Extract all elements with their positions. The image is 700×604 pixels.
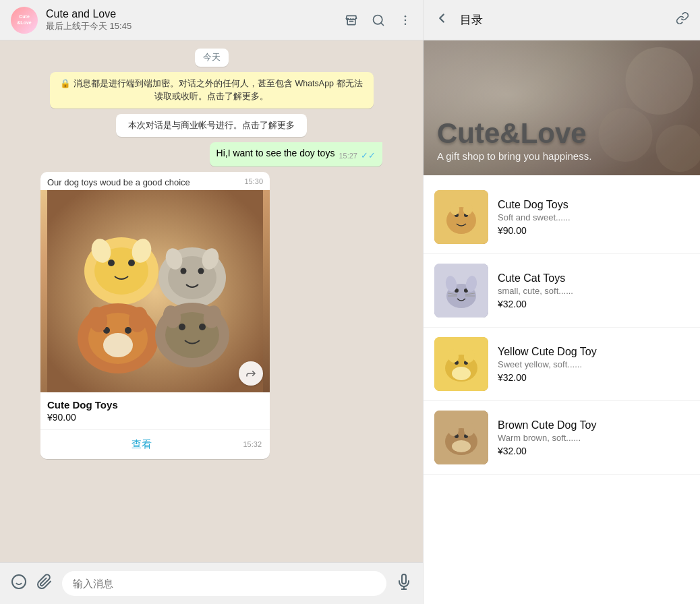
- item-desc: Warm brown, soft......: [498, 433, 689, 443]
- card-header: Our dog toys woud be a good choice 15:30: [40, 172, 270, 190]
- item-name: Brown Cute Dog Toy: [498, 419, 689, 431]
- item-desc: Soft and sweet......: [498, 212, 689, 222]
- svg-point-5: [405, 23, 407, 25]
- store-tagline: A gift shop to bring you happiness.: [437, 150, 591, 162]
- item-price: ¥32.00: [498, 372, 689, 383]
- svg-point-23: [103, 333, 133, 357]
- item-thumbnail: [434, 337, 488, 391]
- check-marks: ✓✓: [361, 150, 376, 160]
- svg-rect-6: [47, 190, 263, 392]
- svg-point-10: [128, 260, 135, 266]
- item-price: ¥32.00: [498, 446, 689, 456]
- svg-point-70: [452, 440, 471, 452]
- svg-point-15: [181, 268, 187, 274]
- sent-time: 15:27 ✓✓: [339, 150, 376, 162]
- item-desc: small, cute, soft......: [498, 286, 689, 296]
- item-thumbnail: [434, 190, 488, 244]
- banner-text: Cute&Love A gift shop to bring you happi…: [437, 119, 591, 162]
- message-input[interactable]: [62, 571, 386, 596]
- sent-text: Hi,I want to see the doy toys: [216, 148, 335, 158]
- item-desc: Sweet yellow, soft......: [498, 359, 689, 369]
- svg-point-9: [108, 260, 115, 266]
- card-header-text: Our dog toys woud be a good choice: [47, 177, 190, 187]
- item-price: ¥32.00: [498, 299, 689, 309]
- product-info: Cute Dog Toys ¥90.00: [40, 392, 270, 430]
- card-time: 15:30: [244, 177, 263, 185]
- mic-icon[interactable]: [396, 574, 412, 594]
- catalog-item[interactable]: Cute Dog Toys Soft and sweet...... ¥90.0…: [424, 181, 700, 254]
- svg-point-16: [198, 268, 204, 274]
- sent-bubble: Hi,I want to see the doy toys 15:27 ✓✓: [210, 142, 382, 167]
- forward-button[interactable]: [239, 361, 263, 386]
- item-name: Cute Dog Toys: [498, 199, 689, 211]
- image-placeholder: [40, 190, 270, 392]
- contact-name: Cute and Love: [46, 8, 337, 20]
- store-name: Cute&Love: [437, 119, 591, 148]
- more-icon[interactable]: [399, 13, 412, 27]
- chat-body: 今天 🔒 消息都是进行端到端加密。对话之外的任何人，甚至包含 WhatsApp …: [0, 40, 423, 562]
- item-info: Cute Cat Toys small, cute, soft...... ¥3…: [498, 272, 689, 309]
- card-bottom-time: 15:32: [243, 440, 270, 448]
- svg-line-2: [381, 22, 384, 25]
- date-badge: 今天: [195, 49, 229, 67]
- share-link-icon[interactable]: [676, 11, 689, 28]
- view-button[interactable]: 查看: [40, 430, 243, 459]
- svg-point-39: [599, 108, 653, 162]
- encryption-notice[interactable]: 🔒 消息都是进行端到端加密。对话之外的任何人，甚至包含 WhatsApp 都无法…: [50, 72, 374, 109]
- search-icon[interactable]: [372, 13, 385, 27]
- catalog-title: 目录: [460, 12, 665, 28]
- catalog-items-list: Cute Dog Toys Soft and sweet...... ¥90.0…: [424, 175, 700, 604]
- catalog-panel: 目录 Cute&Love: [423, 0, 700, 604]
- product-name: Cute Dog Toys: [47, 399, 263, 411]
- product-card: Our dog toys woud be a good choice 15:30: [40, 172, 270, 459]
- back-button[interactable]: [434, 11, 449, 30]
- svg-point-38: [626, 47, 693, 115]
- svg-point-63: [452, 367, 471, 380]
- item-info: Cute Dog Toys Soft and sweet...... ¥90.0…: [498, 199, 689, 236]
- svg-point-4: [405, 19, 407, 21]
- chat-input-area: [0, 562, 423, 604]
- svg-point-29: [199, 324, 206, 330]
- catalog-header: 目录: [424, 0, 700, 40]
- catalog-item[interactable]: Brown Cute Dog Toy Warm brown, soft.....…: [424, 401, 700, 475]
- store-icon[interactable]: [345, 13, 358, 27]
- business-notice[interactable]: 本次对话是与商业帐号进行。点击了解更多: [116, 114, 307, 137]
- contact-status: 最后上线于今天 15:45: [46, 20, 337, 32]
- svg-point-32: [12, 575, 26, 588]
- item-name: Yellow Cute Dog Toy: [498, 346, 689, 358]
- item-thumbnail: [434, 411, 488, 464]
- attach-icon[interactable]: [36, 574, 53, 594]
- item-name: Cute Cat Toys: [498, 272, 689, 284]
- avatar[interactable]: Cute&Love: [11, 7, 38, 34]
- header-actions: [345, 13, 412, 27]
- message-row-received: Our dog toys woud be a good choice 15:30: [40, 172, 382, 459]
- product-image: [40, 190, 270, 392]
- catalog-item[interactable]: Yellow Cute Dog Toy Sweet yellow, soft..…: [424, 328, 700, 401]
- product-price: ¥90.00: [47, 412, 263, 423]
- message-row-sent: Hi,I want to see the doy toys 15:27 ✓✓: [40, 142, 382, 167]
- chat-header: Cute&Love Cute and Love 最后上线于今天 15:45: [0, 0, 423, 40]
- catalog-item[interactable]: Cute Cat Toys small, cute, soft...... ¥3…: [424, 254, 700, 328]
- item-info: Yellow Cute Dog Toy Sweet yellow, soft..…: [498, 346, 689, 383]
- item-thumbnail: [434, 264, 488, 318]
- emoji-icon[interactable]: [11, 574, 27, 594]
- item-info: Brown Cute Dog Toy Warm brown, soft.....…: [498, 419, 689, 456]
- header-info: Cute and Love 最后上线于今天 15:45: [46, 8, 337, 32]
- svg-point-28: [179, 324, 185, 330]
- item-price: ¥90.00: [498, 225, 689, 236]
- catalog-banner: Cute&Love A gift shop to bring you happi…: [424, 40, 700, 175]
- svg-point-3: [405, 15, 407, 17]
- chat-panel: Cute&Love Cute and Love 最后上线于今天 15:45: [0, 0, 423, 604]
